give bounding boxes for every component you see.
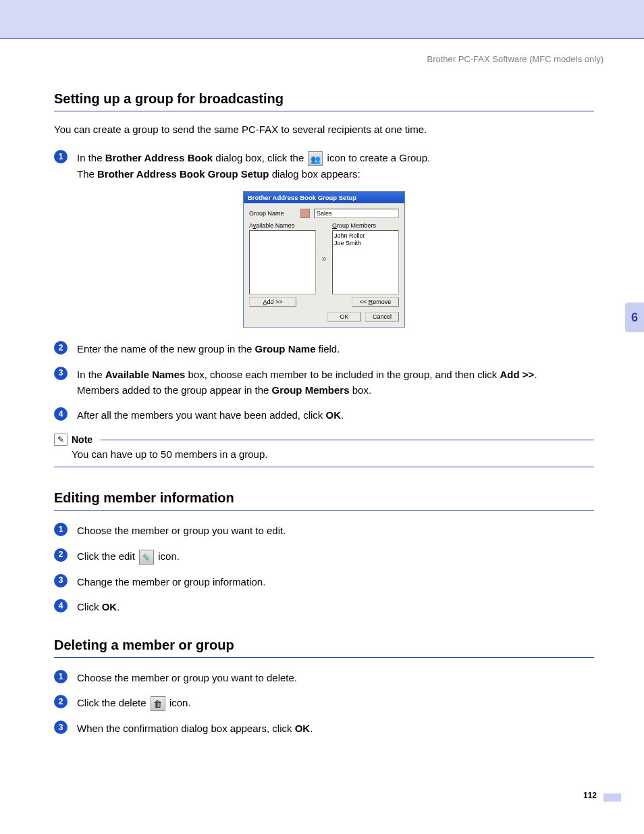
step-bullet: 2 — [54, 548, 68, 562]
step-3: 3 Change the member or group information… — [54, 574, 594, 590]
cancel-button[interactable]: Cancel — [365, 312, 399, 321]
bold: Brother Address Book — [105, 152, 213, 163]
step-bullet: 1 — [54, 670, 68, 683]
step-text: Members added to the group appear in the — [77, 384, 272, 396]
bold: Add >> — [500, 369, 535, 380]
note-body: You can have up to 50 members in a group… — [54, 448, 594, 460]
step-text: In the — [77, 369, 105, 380]
section-title-broadcast: Setting up a group for broadcasting — [54, 91, 594, 111]
step-bullet: 4 — [54, 407, 68, 421]
bold: OK — [295, 723, 311, 734]
step-bullet: 2 — [54, 695, 68, 708]
step-text: . — [341, 409, 344, 421]
step-text: Choose the member or group you want to d… — [77, 672, 297, 683]
page-number: 112 — [583, 791, 597, 800]
step-text: dialog box appears: — [269, 168, 360, 180]
step-bullet: 3 — [54, 574, 68, 588]
section-intro: You can create a group to send the same … — [54, 124, 594, 135]
step-text: After all the members you want have been… — [77, 409, 326, 421]
note-block: ✎ Note You can have up to 50 members in … — [54, 434, 594, 467]
step-text: Choose the member or group you want to e… — [77, 525, 286, 536]
group-members-label: Group Members — [332, 222, 399, 229]
step-bullet: 3 — [54, 367, 68, 380]
step-3: 3 In the Available Names box, choose eac… — [54, 367, 594, 398]
step-2: 2 Click the edit icon. — [54, 548, 594, 565]
note-rule — [101, 440, 594, 440]
step-text: Click — [77, 601, 102, 613]
step-text: icon to create a Group. — [324, 152, 430, 163]
member-item[interactable]: Joe Smith — [334, 240, 397, 247]
step-bullet: 2 — [54, 341, 68, 355]
chapter-tab: 6 — [625, 303, 644, 332]
step-3: 3 When the confirmation dialog box appea… — [54, 721, 594, 736]
step-text: The — [77, 168, 97, 180]
edit-icon — [139, 550, 154, 565]
header-label: Brother PC-FAX Software (MFC models only… — [427, 54, 603, 64]
step-text: . — [310, 723, 313, 734]
step-text: icon. — [167, 697, 191, 708]
bold: Group Members — [272, 384, 350, 396]
move-right-icon[interactable]: » — [319, 222, 329, 294]
bold: Available Names — [105, 369, 186, 380]
step-text: box. — [350, 384, 372, 396]
dialog-title: Brother Address Book Group Setup — [244, 192, 404, 203]
group-icon-small — [300, 209, 310, 218]
section-title-delete: Deleting a member or group — [54, 637, 594, 658]
step-text: Change the member or group information. — [77, 576, 265, 588]
step-text: When the confirmation dialog box appears… — [77, 723, 295, 734]
section-title-edit: Editing member information — [54, 490, 594, 511]
group-name-input[interactable]: Sales — [314, 209, 399, 218]
step-4: 4 After all the members you want have be… — [54, 407, 594, 423]
bold: OK — [102, 601, 117, 613]
step-bullet: 1 — [54, 150, 68, 163]
available-names-list[interactable] — [249, 230, 316, 294]
step-text: icon. — [155, 550, 180, 562]
step-bullet: 1 — [54, 523, 68, 536]
delete-icon — [151, 696, 165, 711]
step-text: Click the edit — [77, 550, 138, 562]
available-names-label: Available Names — [249, 222, 316, 229]
add-button[interactable]: Add >> — [249, 297, 296, 307]
step-text: Enter the name of the new group in the — [77, 343, 255, 355]
group-name-label: Group Name — [249, 210, 296, 217]
step-2: 2 Click the delete icon. — [54, 695, 594, 711]
step-bullet: 4 — [54, 599, 68, 613]
step-1: 1 Choose the member or group you want to… — [54, 670, 594, 685]
group-icon — [308, 151, 323, 166]
bold: OK — [326, 409, 342, 421]
note-title: Note — [72, 434, 92, 445]
main-content: Setting up a group for broadcasting You … — [54, 91, 594, 746]
step-2: 2 Enter the name of the new group in the… — [54, 341, 594, 357]
step-text: box, choose each member to be included i… — [185, 369, 500, 380]
step-text: . — [117, 601, 119, 613]
step-text: field. — [316, 343, 340, 355]
step-1: 1 Choose the member or group you want to… — [54, 523, 594, 538]
bold: Group Name — [255, 343, 316, 355]
bold: Brother Address Book Group Setup — [97, 168, 269, 180]
note-icon: ✎ — [54, 434, 68, 446]
step-text: dialog box, click the — [213, 152, 306, 163]
step-4: 4 Click OK. — [54, 599, 594, 615]
step-bullet: 3 — [54, 721, 68, 734]
page-bar — [603, 793, 621, 802]
step-text: In the — [77, 152, 105, 163]
ok-button[interactable]: OK — [327, 312, 361, 321]
dialog-screenshot: Brother Address Book Group Setup Group N… — [243, 191, 405, 328]
step-text: . — [534, 369, 537, 380]
remove-button[interactable]: << Remove — [352, 297, 399, 307]
step-text: Click the delete — [77, 697, 149, 708]
member-item[interactable]: John Roller — [334, 232, 397, 240]
step-1: 1 In the Brother Address Book dialog box… — [54, 150, 594, 182]
top-band — [0, 0, 644, 39]
group-members-list[interactable]: John Roller Joe Smith — [332, 230, 399, 294]
